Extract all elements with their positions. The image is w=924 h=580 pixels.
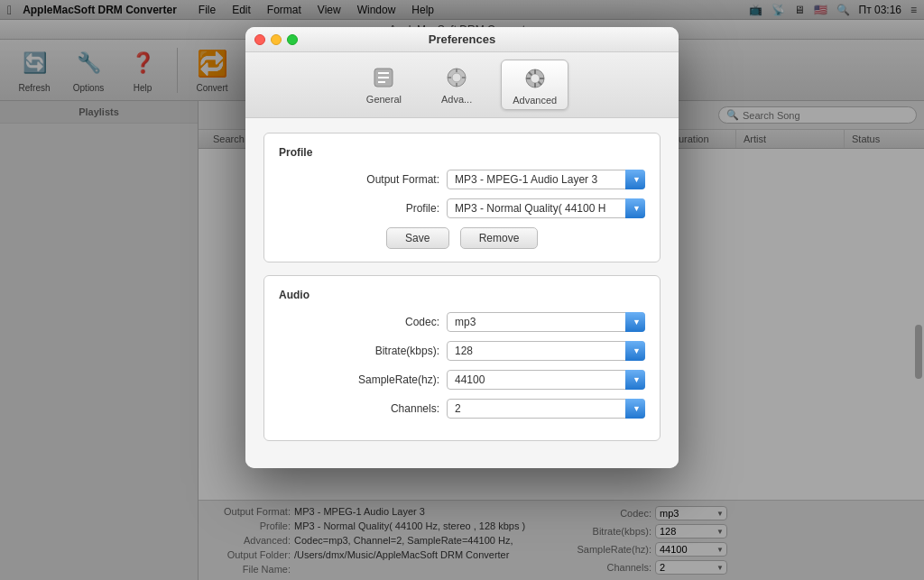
remove-button[interactable]: Remove <box>460 227 539 249</box>
profile-form-row: Profile: MP3 - Normal Quality( 44100 H ▼ <box>279 198 645 218</box>
tab-advanced-label: Advanced <box>513 95 557 106</box>
bitrate-form-select[interactable]: 128 <box>447 341 645 361</box>
channels-form-select-wrapper[interactable]: 2 ▼ <box>447 399 645 419</box>
profile-section: Profile Output Format: MP3 - MPEG-1 Audi… <box>263 133 661 262</box>
modal-overlay: Preferences General <box>0 0 924 580</box>
close-button[interactable] <box>254 34 265 45</box>
samplerate-form-row: SampleRate(hz): 44100 ▼ <box>279 370 645 390</box>
preferences-modal: Preferences General <box>245 27 679 468</box>
tab-general-label: General <box>366 94 402 105</box>
samplerate-form-label: SampleRate(hz): <box>340 373 439 386</box>
channels-form-row: Channels: 2 ▼ <box>279 399 645 419</box>
save-button[interactable]: Save <box>386 227 449 249</box>
profile-select[interactable]: MP3 - Normal Quality( 44100 H <box>447 198 645 218</box>
samplerate-form-select[interactable]: 44100 <box>447 370 645 390</box>
general-tab-icon <box>369 63 398 92</box>
svg-rect-3 <box>378 81 385 83</box>
bitrate-form-label: Bitrate(kbps): <box>340 345 439 357</box>
minimize-button[interactable] <box>271 34 282 45</box>
profile-section-title: Profile <box>279 146 645 159</box>
samplerate-form-select-wrapper[interactable]: 44100 ▼ <box>447 370 645 390</box>
audio-section: Audio Codec: mp3 ▼ Bitrate(kbps): 128 <box>263 275 661 441</box>
codec-form-label: Codec: <box>340 316 439 328</box>
traffic-lights <box>254 34 298 45</box>
tab-general[interactable]: General <box>356 60 412 110</box>
output-format-select-wrapper[interactable]: MP3 - MPEG-1 Audio Layer 3 ▼ <box>447 170 645 189</box>
svg-point-5 <box>452 73 461 82</box>
codec-form-row: Codec: mp3 ▼ <box>279 312 645 332</box>
profile-buttons-row: Save Remove <box>279 227 645 249</box>
maximize-button[interactable] <box>287 34 298 45</box>
channels-form-label: Channels: <box>340 402 439 415</box>
output-format-select[interactable]: MP3 - MPEG-1 Audio Layer 3 <box>447 170 645 189</box>
advanced-tab-icon <box>521 64 550 93</box>
output-format-form-row: Output Format: MP3 - MPEG-1 Audio Layer … <box>279 170 645 189</box>
tab-adva-label: Adva... <box>441 94 472 105</box>
modal-content: Profile Output Format: MP3 - MPEG-1 Audi… <box>245 118 679 468</box>
tab-advanced[interactable]: Advanced <box>501 60 568 110</box>
output-format-form-label: Output Format: <box>340 173 439 186</box>
modal-title-bar: Preferences <box>245 27 679 52</box>
modal-toolbar: General Adva... <box>245 52 679 118</box>
bitrate-form-row: Bitrate(kbps): 128 ▼ <box>279 341 645 361</box>
channels-form-select[interactable]: 2 <box>447 399 645 419</box>
modal-title: Preferences <box>429 32 495 46</box>
bitrate-form-select-wrapper[interactable]: 128 ▼ <box>447 341 645 361</box>
audio-section-title: Audio <box>279 289 645 301</box>
codec-form-select[interactable]: mp3 <box>447 312 645 332</box>
svg-rect-2 <box>378 77 389 78</box>
profile-select-wrapper[interactable]: MP3 - Normal Quality( 44100 H ▼ <box>447 198 645 218</box>
codec-form-select-wrapper[interactable]: mp3 ▼ <box>447 312 645 332</box>
profile-form-label: Profile: <box>340 202 439 215</box>
tab-adva[interactable]: Adva... <box>430 60 483 110</box>
adva-tab-icon <box>442 63 471 92</box>
svg-rect-1 <box>378 72 389 74</box>
